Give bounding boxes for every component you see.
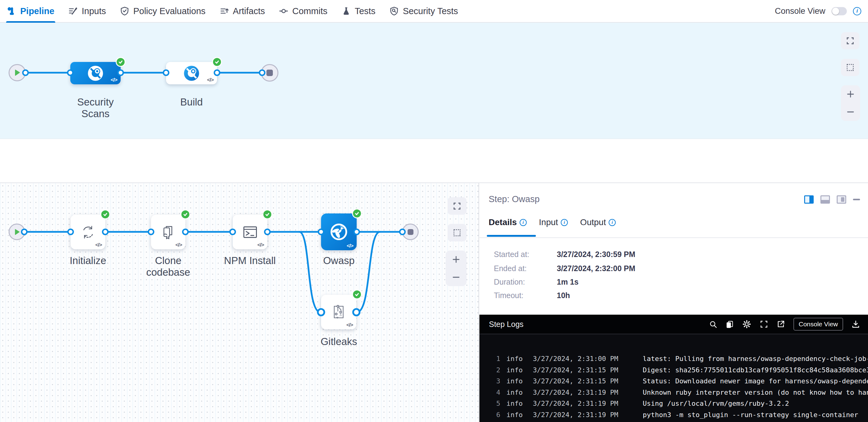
stage-card-security-scans[interactable]: </> (70, 62, 121, 84)
canvas-zoom-controls (841, 85, 860, 121)
tab-label: Inputs (82, 6, 106, 16)
zoom-in-icon[interactable] (846, 90, 855, 98)
log-message: Using /usr/local/rvm/gems/ruby-3.2.2 (643, 398, 789, 410)
canvas-fullscreen-button[interactable] (841, 32, 859, 50)
ci-stage-icon (87, 64, 104, 82)
stage-card-build[interactable]: </> (166, 62, 217, 84)
active-tab-underline (487, 235, 536, 237)
gear-icon[interactable] (742, 320, 751, 329)
log-level: info (506, 376, 524, 387)
log-line-number: 4 (489, 387, 500, 398)
tab-policy-evaluations[interactable]: Policy Evaluations (120, 0, 205, 22)
download-icon[interactable] (851, 320, 860, 328)
top-navigation: Pipeline Inputs Policy Evaluations Artif… (0, 0, 868, 23)
info-icon[interactable]: i (520, 219, 527, 226)
step-label-gitleaks: Gitleaks (308, 336, 370, 348)
policy-evaluations-icon (120, 6, 129, 15)
zoom-out-icon[interactable] (452, 273, 460, 282)
copy-icon[interactable] (725, 320, 734, 328)
tab-pipeline[interactable]: Pipeline (7, 0, 54, 22)
detail-label: Timeout: (494, 291, 523, 300)
divider (479, 237, 868, 238)
success-badge (262, 209, 272, 219)
tab-label: Artifacts (233, 6, 265, 16)
stage-start-node[interactable] (9, 64, 26, 81)
tab-label: Details (489, 218, 517, 227)
step-card-initialize[interactable]: </> (71, 215, 105, 249)
tab-label: Commits (292, 6, 327, 16)
toggle-knob (832, 8, 839, 15)
code-tag: </> (207, 77, 214, 83)
log-line: 4info3/27/2024, 2:31:19 PMUnknown ruby i… (489, 387, 868, 398)
layout-overlay-panel-icon[interactable] (837, 195, 846, 204)
stage-info-bar: Security Scans Started at: 3/27/2024, 2:… (0, 139, 868, 183)
step-card-owasp[interactable]: </> (321, 214, 356, 250)
info-icon[interactable]: i (609, 219, 616, 226)
step-card-gitleaks[interactable]: </> (321, 295, 356, 329)
zoom-out-icon[interactable] (846, 108, 855, 116)
step-label-initialize: Initialize (64, 255, 112, 266)
check-icon (214, 59, 220, 65)
canvas-marquee-button[interactable] (447, 224, 467, 241)
zoom-in-icon[interactable] (452, 255, 460, 264)
tab-security-tests[interactable]: Security Tests (390, 0, 458, 22)
check-icon (102, 212, 108, 217)
tab-tests[interactable]: Tests (342, 0, 376, 22)
owasp-icon (328, 221, 350, 242)
check-icon (183, 212, 188, 217)
log-timestamp: 3/27/2024, 2:31:00 PM (533, 353, 620, 365)
tab-details[interactable]: Details i (489, 218, 527, 227)
canvas-fullscreen-button[interactable] (447, 197, 467, 215)
log-level: info (506, 387, 524, 398)
success-badge (352, 208, 362, 218)
canvas-marquee-button[interactable] (841, 59, 859, 76)
stage-graph-canvas[interactable]: </> </> Security Scans Build (0, 23, 868, 139)
log-lines[interactable]: 1info3/27/2024, 2:31:00 PMlatest: Pullin… (479, 334, 868, 422)
detail-value: 10h (557, 291, 570, 300)
step-graph-canvas[interactable]: </> </> </> (0, 183, 479, 422)
minimize-panel-button[interactable] (853, 199, 860, 200)
step-detail-panel: Step: Owasp Details i Input i Output i S… (479, 183, 868, 315)
console-view-button[interactable]: Console View (794, 318, 843, 331)
tab-artifacts[interactable]: Artifacts (220, 0, 265, 22)
tab-inputs[interactable]: Inputs (68, 0, 106, 22)
tab-label: Policy Evaluations (133, 6, 205, 16)
artifacts-icon (220, 6, 229, 15)
tab-input[interactable]: Input i (539, 218, 568, 227)
info-icon[interactable]: i (853, 7, 861, 15)
commits-icon (279, 6, 288, 15)
tab-commits[interactable]: Commits (279, 0, 327, 22)
info-icon[interactable]: i (561, 219, 568, 226)
tab-output[interactable]: Output i (580, 218, 616, 227)
log-line: 1info3/27/2024, 2:31:00 PMlatest: Pullin… (489, 353, 868, 365)
step-card-npm-install[interactable]: </> (232, 215, 267, 249)
success-badge (352, 290, 362, 299)
play-icon (14, 228, 20, 235)
step-start-node[interactable] (9, 224, 25, 240)
step-logs-header: Step Logs Console View (479, 315, 868, 334)
tab-label: Tests (355, 6, 376, 16)
gitleaks-icon (330, 304, 347, 321)
nav-right-controls: Console View i (775, 6, 861, 16)
clone-codebase-icon (160, 224, 177, 241)
layout-right-panel-icon[interactable] (804, 195, 814, 204)
code-tag: </> (111, 77, 117, 83)
step-card-clone-codebase[interactable]: </> (151, 215, 185, 249)
stage-end-node[interactable] (261, 64, 278, 82)
log-message: latest: Pulling from harness/owasp-depen… (643, 353, 868, 365)
success-badge (116, 57, 126, 67)
console-view-toggle[interactable] (832, 7, 847, 15)
fullscreen-icon (453, 202, 461, 210)
stage-label-security-scans: Security Scans (67, 96, 124, 120)
layout-bottom-panel-icon[interactable] (820, 195, 830, 204)
code-tag: </> (346, 322, 353, 328)
tab-label: Input (539, 218, 558, 227)
search-icon[interactable] (709, 320, 717, 328)
panel-layout-controls (804, 195, 860, 204)
fullscreen-icon[interactable] (760, 320, 768, 328)
open-in-new-icon[interactable] (777, 320, 785, 328)
check-icon (354, 292, 360, 297)
log-line-number: 3 (489, 376, 500, 387)
step-end-node[interactable] (402, 224, 418, 240)
log-line: 6info3/27/2024, 2:31:19 PMpython3 -m sto… (489, 410, 868, 421)
